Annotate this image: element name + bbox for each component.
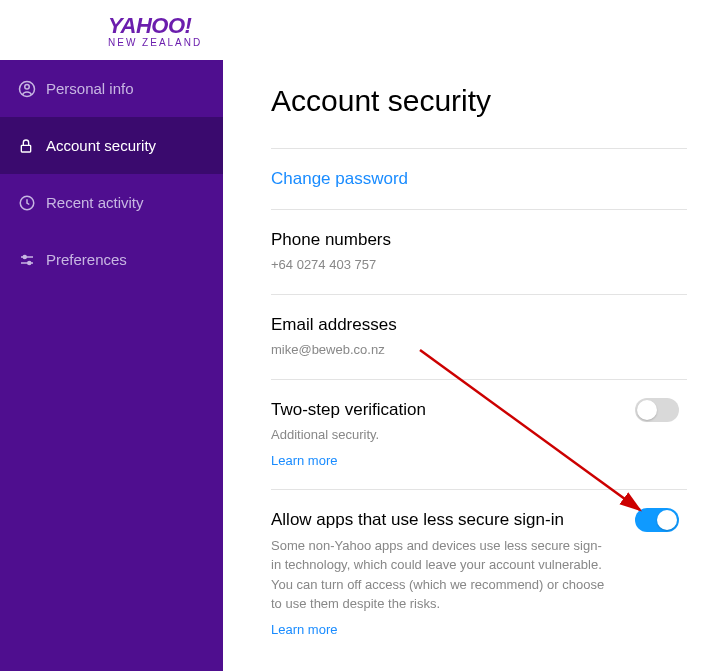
main-content: Account security Change password Phone n… bbox=[223, 60, 715, 671]
section-phone-numbers[interactable]: Phone numbers +64 0274 403 757 bbox=[271, 209, 687, 294]
change-password-link[interactable]: Change password bbox=[271, 169, 408, 189]
less-secure-description: Some non-Yahoo apps and devices use less… bbox=[271, 536, 611, 614]
section-email-addresses[interactable]: Email addresses mike@beweb.co.nz bbox=[271, 294, 687, 379]
two-step-sub: Additional security. bbox=[271, 426, 687, 444]
section-less-secure-apps: Allow apps that use less secure sign-in … bbox=[271, 489, 687, 658]
user-circle-icon bbox=[18, 80, 46, 98]
sidebar-item-account-security[interactable]: Account security bbox=[0, 117, 223, 174]
less-secure-heading: Allow apps that use less secure sign-in bbox=[271, 510, 687, 530]
sidebar-item-personal-info[interactable]: Personal info bbox=[0, 60, 223, 117]
sidebar-item-label: Recent activity bbox=[46, 194, 144, 211]
brand-logo: YAHOO! NEW ZEALAND bbox=[108, 13, 202, 48]
sidebar-item-label: Preferences bbox=[46, 251, 127, 268]
section-change-password: Change password bbox=[271, 148, 687, 209]
sidebar: Personal info Account security Recent ac… bbox=[0, 60, 223, 671]
two-step-toggle[interactable] bbox=[635, 398, 679, 422]
less-secure-learn-more-link[interactable]: Learn more bbox=[271, 622, 337, 637]
svg-point-6 bbox=[23, 255, 26, 258]
phone-number-value: +64 0274 403 757 bbox=[271, 256, 687, 274]
email-addresses-heading: Email addresses bbox=[271, 315, 687, 335]
svg-rect-2 bbox=[21, 145, 30, 152]
phone-numbers-heading: Phone numbers bbox=[271, 230, 687, 250]
two-step-heading: Two-step verification bbox=[271, 400, 687, 420]
sliders-icon bbox=[18, 251, 46, 269]
email-address-value: mike@beweb.co.nz bbox=[271, 341, 687, 359]
sidebar-item-label: Personal info bbox=[46, 80, 134, 97]
lock-icon bbox=[18, 138, 46, 154]
clock-icon bbox=[18, 194, 46, 212]
sidebar-item-recent-activity[interactable]: Recent activity bbox=[0, 174, 223, 231]
section-two-step-verification: Two-step verification Additional securit… bbox=[271, 379, 687, 488]
svg-point-7 bbox=[28, 261, 31, 264]
svg-point-1 bbox=[25, 84, 30, 89]
sidebar-item-preferences[interactable]: Preferences bbox=[0, 231, 223, 288]
page-title: Account security bbox=[271, 84, 687, 118]
less-secure-toggle[interactable] bbox=[635, 508, 679, 532]
sidebar-item-label: Account security bbox=[46, 137, 156, 154]
two-step-learn-more-link[interactable]: Learn more bbox=[271, 453, 337, 468]
